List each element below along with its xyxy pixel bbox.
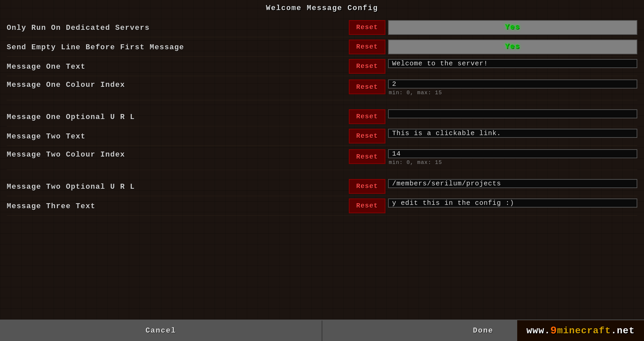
spacer-message-one-colour: [7, 100, 637, 107]
config-row-message-one-url: Message One Optional U R LReset: [7, 107, 637, 126]
reset-button-send-empty-line[interactable]: Reset: [349, 40, 385, 54]
config-label-send-empty-line: Send Empty Line Before First Message: [7, 42, 349, 52]
text-wrapper-message-one-text: [388, 59, 637, 68]
config-label-message-one-colour: Message One Colour Index: [7, 79, 349, 89]
config-row-message-one-text: Message One TextReset: [7, 57, 637, 76]
bottom-bar: Cancel Done www.9minecraft.net: [0, 320, 644, 341]
text-input-message-two-text[interactable]: [388, 129, 637, 138]
text-wrapper-message-two-colour: min: 0, max: 15: [388, 149, 637, 166]
config-row-send-empty-line: Send Empty Line Before First MessageRese…: [7, 37, 637, 57]
spacer-message-two-colour: [7, 170, 637, 177]
config-row-message-three-text: Message Three TextReset: [7, 196, 637, 216]
config-row-only-run-dedicated: Only Run On Dedicated ServersResetYes: [7, 18, 637, 37]
toggle-send-empty-line[interactable]: Yes: [388, 40, 637, 54]
reset-button-message-one-colour[interactable]: Reset: [349, 79, 385, 94]
text-input-message-one-text[interactable]: [388, 59, 637, 68]
config-label-message-two-colour: Message Two Colour Index: [7, 149, 349, 159]
hint-message-two-colour: min: 0, max: 15: [388, 160, 637, 166]
config-controls-message-one-colour: Resetmin: 0, max: 15: [349, 79, 637, 96]
watermark: www.9minecraft.net: [517, 320, 644, 341]
config-controls-message-two-colour: Resetmin: 0, max: 15: [349, 149, 637, 166]
toggle-only-run-dedicated[interactable]: Yes: [388, 20, 637, 35]
config-list: Only Run On Dedicated ServersResetYesSen…: [0, 15, 644, 320]
reset-button-message-two-text[interactable]: Reset: [349, 129, 385, 144]
config-row-message-two-colour: Message Two Colour IndexResetmin: 0, max…: [7, 146, 637, 170]
reset-button-message-two-colour[interactable]: Reset: [349, 149, 385, 164]
reset-button-only-run-dedicated[interactable]: Reset: [349, 20, 385, 35]
config-controls-only-run-dedicated: ResetYes: [349, 20, 637, 35]
config-controls-message-two-text: Reset: [349, 129, 637, 144]
text-wrapper-message-one-colour: min: 0, max: 15: [388, 79, 637, 96]
text-wrapper-message-two-url: [388, 179, 637, 188]
reset-button-message-one-url[interactable]: Reset: [349, 109, 385, 124]
reset-button-message-one-text[interactable]: Reset: [349, 59, 385, 74]
text-input-message-one-url[interactable]: [388, 109, 637, 118]
config-controls-send-empty-line: ResetYes: [349, 40, 637, 54]
text-wrapper-message-two-text: [388, 129, 637, 138]
config-label-message-three-text: Message Three Text: [7, 201, 349, 211]
config-label-message-two-text: Message Two Text: [7, 131, 349, 141]
config-row-message-two-url: Message Two Optional U R LReset: [7, 177, 637, 196]
hint-message-one-colour: min: 0, max: 15: [388, 90, 637, 96]
text-input-message-three-text[interactable]: [388, 198, 637, 208]
config-label-message-one-url: Message One Optional U R L: [7, 112, 349, 121]
config-controls-message-two-url: Reset: [349, 179, 637, 194]
config-controls-message-one-url: Reset: [349, 109, 637, 124]
text-input-message-one-colour[interactable]: [388, 79, 637, 89]
text-input-message-two-colour[interactable]: [388, 149, 637, 158]
text-wrapper-message-three-text: [388, 198, 637, 208]
page-container: Welcome Message Config Only Run On Dedic…: [0, 0, 644, 341]
config-label-only-run-dedicated: Only Run On Dedicated Servers: [7, 22, 349, 32]
config-row-message-two-text: Message Two TextReset: [7, 126, 637, 146]
text-wrapper-message-one-url: [388, 109, 637, 118]
page-title: Welcome Message Config: [0, 0, 644, 15]
config-row-message-one-colour: Message One Colour IndexResetmin: 0, max…: [7, 76, 637, 100]
config-label-message-one-text: Message One Text: [7, 61, 349, 71]
reset-button-message-three-text[interactable]: Reset: [349, 198, 385, 213]
config-label-message-two-url: Message Two Optional U R L: [7, 181, 349, 191]
cancel-button[interactable]: Cancel: [0, 321, 322, 341]
text-input-message-two-url[interactable]: [388, 179, 637, 188]
reset-button-message-two-url[interactable]: Reset: [349, 179, 385, 194]
config-controls-message-one-text: Reset: [349, 59, 637, 74]
config-controls-message-three-text: Reset: [349, 198, 637, 213]
